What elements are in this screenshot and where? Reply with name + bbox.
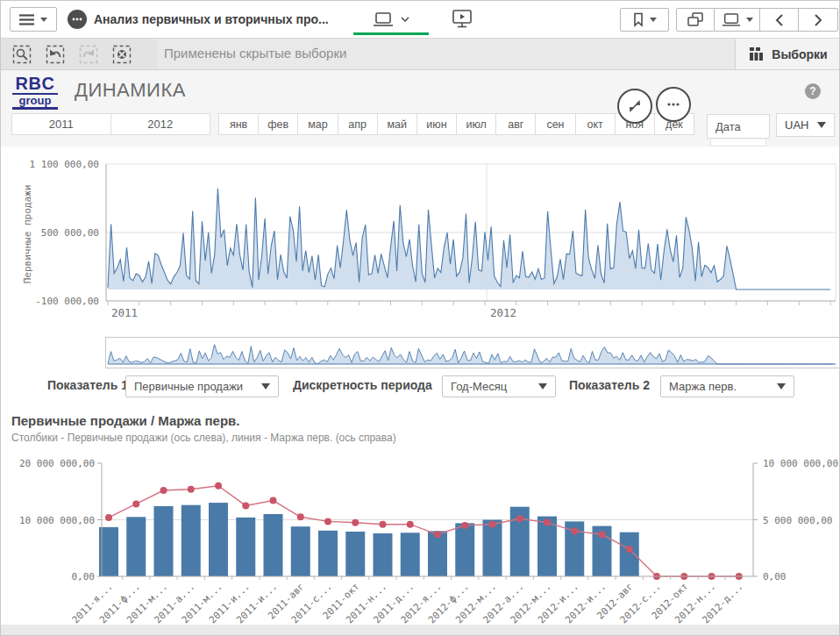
line-marker[interactable] bbox=[407, 521, 414, 528]
line-marker[interactable] bbox=[242, 502, 249, 509]
combo-chart-subtitle: Столбики - Первичные продажи (ось слева)… bbox=[11, 432, 396, 444]
line-marker[interactable] bbox=[188, 486, 195, 493]
left-axis-tick: 20 000 000,00 bbox=[19, 458, 95, 469]
selections-tool-label: Выборки bbox=[772, 47, 827, 61]
bar[interactable] bbox=[483, 520, 502, 577]
duplicate-sheet-button[interactable] bbox=[676, 8, 715, 32]
chevron-down-icon bbox=[746, 18, 753, 22]
x-tick-label: 2012 bbox=[490, 306, 516, 319]
line-marker[interactable] bbox=[489, 521, 496, 528]
kpi1-label: Показатель 1 bbox=[47, 378, 128, 392]
line-marker[interactable] bbox=[270, 497, 277, 504]
line-marker[interactable] bbox=[132, 500, 139, 507]
line-marker[interactable] bbox=[380, 521, 387, 528]
bar[interactable] bbox=[264, 514, 283, 576]
month-filter-item-июл[interactable]: июл bbox=[457, 113, 496, 135]
year-filter-item-2012[interactable]: 2012 bbox=[111, 113, 211, 135]
expand-object-button[interactable] bbox=[617, 89, 652, 124]
line-marker[interactable] bbox=[160, 487, 167, 494]
line-marker[interactable] bbox=[297, 513, 304, 520]
bar[interactable] bbox=[236, 518, 255, 576]
month-filter-item-сен[interactable]: сен bbox=[536, 113, 575, 135]
year-filter-item-2011[interactable]: 2011 bbox=[11, 113, 111, 135]
bar[interactable] bbox=[401, 532, 420, 576]
bar[interactable] bbox=[182, 505, 201, 576]
month-filter-item-окт[interactable]: окт bbox=[576, 113, 616, 135]
bookmark-icon bbox=[632, 12, 644, 27]
bar[interactable] bbox=[620, 532, 639, 576]
month-filter-item-янв[interactable]: янв bbox=[218, 113, 259, 135]
undo-selection-icon[interactable] bbox=[45, 44, 66, 65]
chevron-down-icon bbox=[777, 383, 786, 389]
bar[interactable] bbox=[291, 526, 310, 576]
sheet-icon bbox=[373, 11, 394, 27]
chevron-down-icon bbox=[261, 383, 270, 389]
previous-sheet-button[interactable] bbox=[760, 8, 799, 32]
sheet-list-button[interactable] bbox=[715, 8, 760, 32]
month-filter-item-фев[interactable]: фев bbox=[259, 113, 298, 135]
currency-value: UAH bbox=[785, 118, 808, 132]
line-marker[interactable] bbox=[571, 527, 578, 534]
line-marker[interactable] bbox=[352, 519, 359, 526]
line-marker[interactable] bbox=[215, 482, 222, 490]
ellipsis-icon bbox=[667, 103, 680, 106]
y-tick-label: 500 000,00 bbox=[41, 227, 99, 239]
hamburger-icon bbox=[19, 14, 34, 25]
date-search-underline[interactable] bbox=[710, 139, 766, 146]
story-mode-button[interactable] bbox=[448, 8, 476, 31]
bar[interactable] bbox=[374, 533, 393, 576]
month-filter-item-авг[interactable]: авг bbox=[496, 113, 536, 135]
bar[interactable] bbox=[126, 517, 146, 576]
sheet-view-button[interactable] bbox=[353, 6, 429, 32]
line-marker[interactable] bbox=[105, 514, 112, 521]
kpi2-select[interactable]: Маржа перв. bbox=[660, 375, 794, 397]
app-options-icon[interactable] bbox=[68, 10, 87, 29]
line-marker[interactable] bbox=[324, 518, 331, 525]
global-menu-button[interactable] bbox=[10, 7, 57, 32]
line-marker[interactable] bbox=[544, 519, 551, 526]
month-filter-item-июн[interactable]: июн bbox=[417, 113, 457, 135]
redo-selection-icon[interactable] bbox=[78, 44, 99, 65]
line-marker[interactable] bbox=[434, 531, 441, 538]
date-listbox[interactable]: Дата bbox=[707, 114, 770, 139]
left-axis-tick: 0,00 bbox=[72, 571, 96, 582]
bookmark-button[interactable] bbox=[620, 8, 669, 32]
more-options-button[interactable] bbox=[656, 87, 691, 122]
timeline-navigator-chart[interactable] bbox=[105, 337, 840, 368]
combo-bar-line-chart[interactable]: 20 000 000,0010 000 000,000,0010 000 000… bbox=[1, 450, 840, 625]
currency-select[interactable]: UAH bbox=[776, 113, 835, 137]
chevron-down-icon bbox=[650, 18, 657, 22]
x-tick-label: 2011 bbox=[111, 306, 138, 319]
active-view-underline bbox=[353, 32, 429, 35]
next-sheet-button[interactable] bbox=[799, 8, 838, 32]
month-filter-item-апр[interactable]: апр bbox=[338, 113, 378, 135]
qlik-sense-app-window: Анализ первичных и вторичных про... bbox=[0, 0, 840, 636]
selections-grid-icon bbox=[749, 46, 764, 61]
month-filter-item-мар[interactable]: мар bbox=[298, 113, 338, 135]
selections-search-icon[interactable] bbox=[11, 44, 32, 65]
selections-tool-button[interactable]: Выборки bbox=[735, 39, 840, 69]
line-marker[interactable] bbox=[516, 515, 523, 522]
bar[interactable] bbox=[455, 523, 474, 576]
line-marker[interactable] bbox=[626, 546, 633, 553]
bar[interactable] bbox=[318, 531, 338, 576]
year-filter-row: 20112012 bbox=[11, 113, 210, 135]
help-icon[interactable]: ? bbox=[805, 83, 821, 99]
month-filter-item-май[interactable]: май bbox=[378, 113, 417, 135]
bar[interactable] bbox=[154, 506, 174, 576]
right-axis-tick: 0,00 bbox=[763, 571, 787, 582]
period-select[interactable]: Год-Месяц bbox=[442, 375, 556, 397]
selections-status-message: Применены скрытые выборки bbox=[164, 46, 346, 61]
line-marker[interactable] bbox=[461, 522, 468, 529]
period-label: Дискретность периода bbox=[293, 378, 432, 392]
clear-selections-icon[interactable] bbox=[111, 44, 132, 65]
selection-actions bbox=[1, 39, 157, 69]
primary-sales-timeline-chart[interactable]: 1 100 000,00500 000,00-100 000,002011201… bbox=[1, 146, 840, 335]
expand-arrows-icon bbox=[625, 96, 644, 116]
bar[interactable] bbox=[345, 532, 365, 576]
kpi1-select[interactable]: Первичные продажи bbox=[125, 375, 279, 397]
margin-line bbox=[109, 486, 739, 576]
bar[interactable] bbox=[209, 503, 228, 576]
line-marker[interactable] bbox=[599, 531, 606, 538]
app-title: Анализ первичных и вторичных про... bbox=[94, 12, 329, 26]
